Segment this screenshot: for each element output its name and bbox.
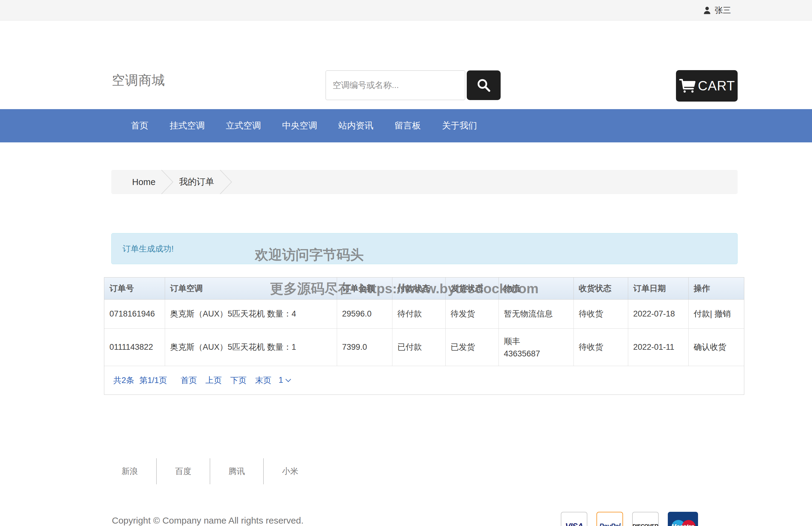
logistics-carrier: 顺丰 [504, 336, 570, 347]
orders-header-row: 订单号 订单空调 订单金额 付款状态 发货状态 物流 收货状态 订单日期 操作 [104, 278, 744, 299]
footer-links: 新浪 百度 腾讯 小米 [103, 458, 317, 484]
copyright-text: Copyright © Company name All rights rese… [112, 515, 304, 526]
pagination-prev-link[interactable]: 上页 [206, 375, 222, 386]
col-logistics: 物流 [498, 278, 574, 299]
discover-logo: DISCOVER [633, 523, 658, 526]
cancel-action-link[interactable]: 撤销 [715, 309, 731, 318]
order-row-1: 0718161946 奥克斯（AUX）5匹天花机 数量：4 29596.0 待付… [104, 299, 744, 328]
order-actions: 确认收货 [688, 328, 744, 366]
search-input[interactable] [325, 70, 465, 100]
breadcrumb-home[interactable]: Home [132, 177, 155, 187]
order-ship-status: 已发货 [445, 328, 498, 366]
header: 空调商城 CART [0, 21, 812, 109]
pagination: 共2条 第1/1页 首页 上页 下页 末页 1 [104, 366, 744, 394]
site-title: 空调商城 [112, 72, 165, 89]
main-nav: 首页 挂式空调 立式空调 中央空调 站内资讯 留言板 关于我们 [0, 109, 812, 142]
order-logistics: 暂无物流信息 [498, 299, 574, 328]
order-pay-status: 待付款 [392, 299, 445, 328]
order-receive-status: 待收货 [574, 328, 628, 366]
maestro-logo: Maestro [671, 523, 695, 526]
order-actions: 付款|撤销 [688, 299, 744, 328]
nav-item-wall-mounted[interactable]: 挂式空调 [161, 109, 213, 142]
col-product: 订单空调 [165, 278, 337, 299]
user-icon [702, 6, 712, 15]
nav-item-floor-standing[interactable]: 立式空调 [217, 109, 269, 142]
payment-maestro-card: Maestro [668, 512, 698, 526]
cart-icon [679, 78, 696, 94]
footer-link-sina[interactable]: 新浪 [103, 458, 156, 484]
paypal-logo: PayPal [599, 522, 620, 526]
search-icon [476, 77, 492, 93]
nav-item-about[interactable]: 关于我们 [434, 109, 485, 142]
order-receive-status: 待收货 [574, 299, 628, 328]
page-select-value: 1 [279, 376, 283, 385]
pagination-total: 共2条 [113, 375, 134, 386]
order-product: 奥克斯（AUX）5匹天花机 数量：4 [165, 299, 337, 328]
col-order-no: 订单号 [104, 278, 165, 299]
pagination-page-info: 第1/1页 [139, 375, 167, 386]
payment-visa-card: VISA [561, 512, 588, 526]
visa-logo: VISA [565, 522, 583, 526]
order-product: 奥克斯（AUX）5匹天花机 数量：1 [165, 328, 337, 366]
action-separator: | [710, 309, 712, 318]
order-logistics: 顺丰 43635687 [498, 328, 574, 366]
order-date: 2022-07-18 [628, 299, 688, 328]
order-amount: 7399.0 [337, 328, 392, 366]
breadcrumb-chevron-icon [219, 170, 232, 194]
footer-link-tencent[interactable]: 腾讯 [210, 458, 263, 484]
page-select-dropdown[interactable]: 1 [279, 376, 290, 385]
search-button[interactable] [467, 70, 501, 100]
col-amount: 订单金额 [337, 278, 392, 299]
alert-message: 订单生成成功! [122, 243, 174, 254]
order-ship-status: 待发货 [445, 299, 498, 328]
col-receive-status: 收货状态 [574, 278, 628, 299]
order-row-2: 0111143822 奥克斯（AUX）5匹天花机 数量：1 7399.0 已付款… [104, 328, 744, 366]
breadcrumb-current: 我的订单 [179, 176, 214, 188]
order-amount: 29596.0 [337, 299, 392, 328]
username-label: 张三 [715, 5, 731, 16]
pagination-next-link[interactable]: 下页 [230, 375, 247, 386]
order-pay-status: 已付款 [392, 328, 445, 366]
pay-action-link[interactable]: 付款 [694, 309, 710, 318]
breadcrumb: Home 我的订单 [111, 170, 738, 194]
pagination-first-link[interactable]: 首页 [181, 375, 197, 386]
orders-table: 订单号 订单空调 订单金额 付款状态 发货状态 物流 收货状态 订单日期 操作 … [104, 278, 744, 366]
nav-item-message-board[interactable]: 留言板 [386, 109, 429, 142]
pagination-last-link[interactable]: 末页 [255, 375, 272, 386]
logistics-tracking-number: 43635687 [504, 349, 570, 359]
nav-item-home[interactable]: 首页 [122, 109, 157, 142]
nav-item-news[interactable]: 站内资讯 [330, 109, 382, 142]
order-date: 2022-01-11 [628, 328, 688, 366]
breadcrumb-chevron-icon [161, 170, 174, 194]
payment-methods: VISA PayPal DISCOVER Maestro [561, 512, 698, 526]
nav-item-central[interactable]: 中央空调 [274, 109, 325, 142]
dropdown-caret-icon [285, 376, 291, 382]
orders-table-container: 订单号 订单空调 订单金额 付款状态 发货状态 物流 收货状态 订单日期 操作 … [104, 277, 744, 395]
user-menu[interactable]: 张三 [702, 0, 731, 20]
cart-label: CART [698, 78, 735, 93]
col-pay-status: 付款状态 [392, 278, 445, 299]
order-success-alert: 订单生成成功! [111, 233, 738, 264]
col-ship-status: 发货状态 [445, 278, 498, 299]
topbar: 张三 [0, 0, 812, 20]
footer-link-xiaomi[interactable]: 小米 [264, 458, 317, 484]
cart-button[interactable]: CART [676, 70, 738, 102]
payment-discover-card: DISCOVER [632, 512, 659, 526]
order-no: 0111143822 [104, 328, 165, 366]
confirm-receipt-link[interactable]: 确认收货 [694, 342, 726, 352]
footer-link-baidu[interactable]: 百度 [157, 458, 210, 484]
col-actions: 操作 [688, 278, 744, 299]
page: 张三 空调商城 CART 首页 挂式空调 立式空调 中央空调 站内资讯 留言板 … [0, 0, 812, 526]
col-date: 订单日期 [628, 278, 688, 299]
payment-paypal-card: PayPal [596, 512, 623, 526]
order-no: 0718161946 [104, 299, 165, 328]
